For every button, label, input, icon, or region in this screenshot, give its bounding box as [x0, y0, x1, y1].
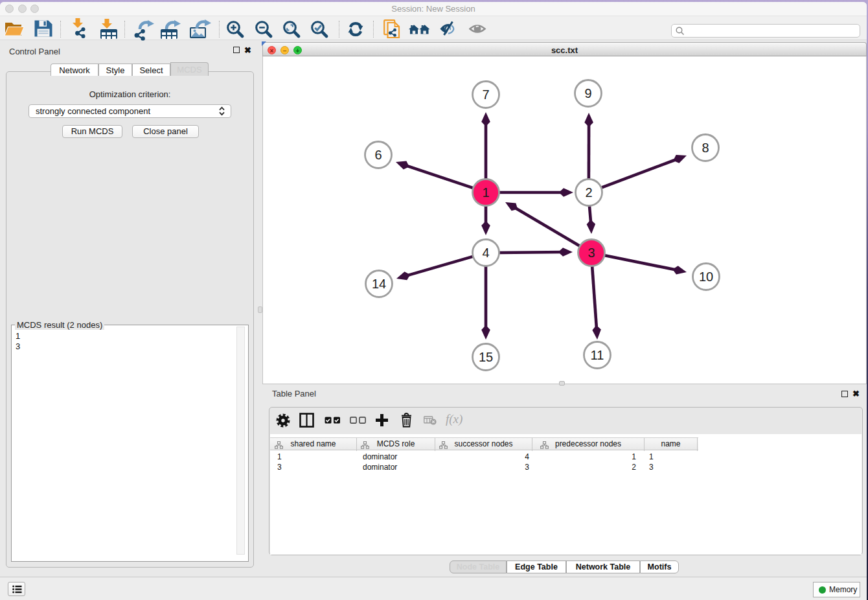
svg-text:8: 8 — [702, 141, 709, 155]
svg-text:6: 6 — [374, 148, 382, 162]
svg-text:1: 1 — [482, 185, 489, 200]
svg-text:9: 9 — [584, 86, 591, 100]
svg-text:3: 3 — [588, 246, 595, 260]
svg-text:11: 11 — [591, 348, 604, 362]
svg-text:15: 15 — [479, 350, 493, 364]
svg-text:2: 2 — [585, 185, 592, 200]
svg-text:4: 4 — [482, 246, 489, 260]
svg-text:7: 7 — [482, 87, 489, 102]
svg-text:10: 10 — [699, 270, 713, 284]
svg-text:14: 14 — [372, 277, 386, 291]
